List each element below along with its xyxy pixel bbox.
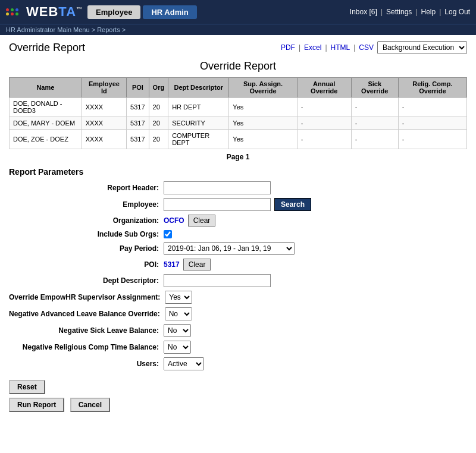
table-cell-5: Yes bbox=[229, 97, 297, 117]
logout-link[interactable]: Log Out bbox=[444, 8, 470, 16]
settings-link[interactable]: Settings bbox=[386, 8, 412, 16]
dot1 bbox=[6, 8, 9, 11]
param-row-org: Organization: OCFO Clear bbox=[9, 215, 467, 227]
col-sick: Sick Override bbox=[351, 78, 398, 97]
param-row-employee: Employee: Search bbox=[9, 198, 467, 211]
table-cell-5: Yes bbox=[229, 117, 297, 130]
table-cell-2: 5317 bbox=[127, 117, 149, 130]
main-content: Override Report PDF | Excel | HTML | CSV… bbox=[0, 35, 476, 418]
param-row-override-emp: Override EmpowHR Supervisor Assignment: … bbox=[9, 291, 467, 304]
table-cell-2: 5317 bbox=[127, 130, 149, 149]
breadcrumb-home[interactable]: HR Administrator Main Menu bbox=[6, 26, 90, 33]
table-cell-3: 20 bbox=[149, 130, 168, 149]
col-relig: Relig. Comp. Override bbox=[398, 78, 466, 97]
table-cell-1: XXXX bbox=[82, 130, 126, 149]
report-section-title: Override Report bbox=[9, 60, 467, 73]
sep3: | bbox=[439, 8, 441, 16]
header-right: Inbox [6] | Settings | Help | Log Out bbox=[350, 8, 470, 16]
param-label-employee: Employee: bbox=[9, 200, 164, 209]
param-row-dept: Dept Descriptor: bbox=[9, 274, 467, 287]
table-cell-4: COMPUTER DEPT bbox=[168, 130, 229, 149]
table-cell-4: HR DEPT bbox=[168, 97, 229, 117]
table-cell-7: - bbox=[351, 97, 398, 117]
export-sep2: | bbox=[325, 43, 327, 52]
search-button[interactable]: Search bbox=[274, 198, 311, 211]
param-label-sub-orgs: Include Sub Orgs: bbox=[9, 230, 164, 238]
param-row-sub-orgs: Include Sub Orgs: bbox=[9, 230, 467, 238]
bottom-row-2: Run Report Cancel bbox=[9, 398, 467, 412]
table-cell-6: - bbox=[297, 130, 351, 149]
table-row: DOE, DONALD - DOED3XXXX531720HR DEPTYes-… bbox=[10, 97, 467, 117]
tab-hr-admin[interactable]: HR Admin bbox=[143, 5, 196, 19]
employee-input[interactable] bbox=[164, 198, 271, 211]
export-pdf[interactable]: PDF bbox=[281, 43, 295, 52]
table-cell-8: - bbox=[398, 130, 466, 149]
report-section: Override Report Name Employee Id POI Org… bbox=[9, 60, 467, 161]
table-cell-0: DOE, ZOE - DOEZ bbox=[10, 130, 82, 149]
param-label-neg-relig: Negative Religious Comp Time Balance: bbox=[9, 343, 164, 351]
help-link[interactable]: Help bbox=[421, 8, 436, 16]
export-csv[interactable]: CSV bbox=[359, 43, 374, 52]
neg-relig-select[interactable]: No Yes bbox=[164, 341, 191, 354]
export-html[interactable]: HTML bbox=[331, 43, 350, 52]
param-value-dept bbox=[164, 274, 271, 287]
bottom-buttons: Reset Run Report Cancel bbox=[9, 380, 467, 412]
report-table-body: DOE, DONALD - DOED3XXXX531720HR DEPTYes-… bbox=[10, 97, 467, 149]
table-cell-4: SECURITY bbox=[168, 117, 229, 130]
inbox-link[interactable]: Inbox [6] bbox=[350, 8, 377, 16]
pay-period-select[interactable]: 2019-01: Jan 06, 19 - Jan 19, 19 bbox=[164, 242, 295, 255]
report-header-input[interactable] bbox=[164, 181, 271, 194]
org-clear-button[interactable]: Clear bbox=[188, 215, 216, 227]
col-sup: Sup. Assign. Override bbox=[229, 78, 297, 97]
table-cell-0: DOE, DONALD - DOED3 bbox=[10, 97, 82, 117]
reset-button[interactable]: Reset bbox=[9, 380, 45, 394]
param-value-pay-period: 2019-01: Jan 06, 19 - Jan 19, 19 bbox=[164, 242, 295, 255]
background-execution-select[interactable]: Background Execution bbox=[377, 41, 467, 54]
run-report-button[interactable]: Run Report bbox=[9, 398, 64, 412]
sub-orgs-checkbox[interactable] bbox=[164, 230, 172, 238]
neg-sick-select[interactable]: No Yes bbox=[164, 324, 191, 337]
poi-value[interactable]: 5317 bbox=[164, 260, 180, 269]
table-cell-3: 20 bbox=[149, 117, 168, 130]
title-row: Override Report PDF | Excel | HTML | CSV… bbox=[9, 41, 467, 54]
param-row-neg-adv: Negative Advanced Leave Balance Override… bbox=[9, 307, 467, 320]
tab-employee[interactable]: Employee bbox=[87, 5, 140, 19]
poi-clear-button[interactable]: Clear bbox=[183, 259, 211, 270]
param-value-sub-orgs bbox=[164, 230, 172, 238]
col-name: Name bbox=[10, 78, 82, 97]
col-dept: Dept Descriptor bbox=[168, 78, 229, 97]
users-select[interactable]: Active Inactive All bbox=[164, 357, 204, 370]
table-cell-8: - bbox=[398, 97, 466, 117]
param-value-neg-relig: No Yes bbox=[164, 341, 191, 354]
export-sep3: | bbox=[353, 43, 355, 52]
override-emp-select[interactable]: Yes No bbox=[165, 291, 192, 304]
org-value[interactable]: OCFO bbox=[164, 216, 184, 225]
param-row-header: Report Header: bbox=[9, 181, 467, 194]
dept-descriptor-input[interactable] bbox=[164, 274, 271, 287]
cancel-button[interactable]: Cancel bbox=[70, 398, 110, 412]
dot4 bbox=[6, 12, 9, 15]
table-row: DOE, MARY - DOEMXXXX531720SECURITYYes--- bbox=[10, 117, 467, 130]
neg-adv-leave-select[interactable]: No Yes bbox=[165, 307, 192, 320]
export-sep1: | bbox=[299, 43, 300, 52]
breadcrumb-reports[interactable]: Reports bbox=[97, 26, 120, 33]
table-cell-3: 20 bbox=[149, 97, 168, 117]
table-cell-1: XXXX bbox=[82, 117, 126, 130]
report-table: Name Employee Id POI Org Dept Descriptor… bbox=[9, 77, 467, 149]
sep1: | bbox=[381, 8, 383, 16]
bottom-row-1: Reset bbox=[9, 380, 467, 394]
param-value-neg-sick: No Yes bbox=[164, 324, 191, 337]
table-cell-7: - bbox=[351, 130, 398, 149]
param-label-header: Report Header: bbox=[9, 184, 164, 192]
param-label-override-emp: Override EmpowHR Supervisor Assignment: bbox=[9, 293, 165, 301]
params-title: Report Parameters bbox=[9, 167, 467, 177]
param-value-header bbox=[164, 181, 271, 194]
table-cell-6: - bbox=[297, 97, 351, 117]
param-label-neg-adv: Negative Advanced Leave Balance Override… bbox=[9, 310, 165, 318]
param-label-pay-period: Pay Period: bbox=[9, 244, 164, 253]
dot6 bbox=[15, 12, 18, 15]
logo-area: WEBTA™ Employee HR Admin bbox=[6, 4, 197, 20]
export-excel[interactable]: Excel bbox=[304, 43, 321, 52]
param-row-users: Users: Active Inactive All bbox=[9, 357, 467, 370]
dot5 bbox=[11, 12, 14, 15]
